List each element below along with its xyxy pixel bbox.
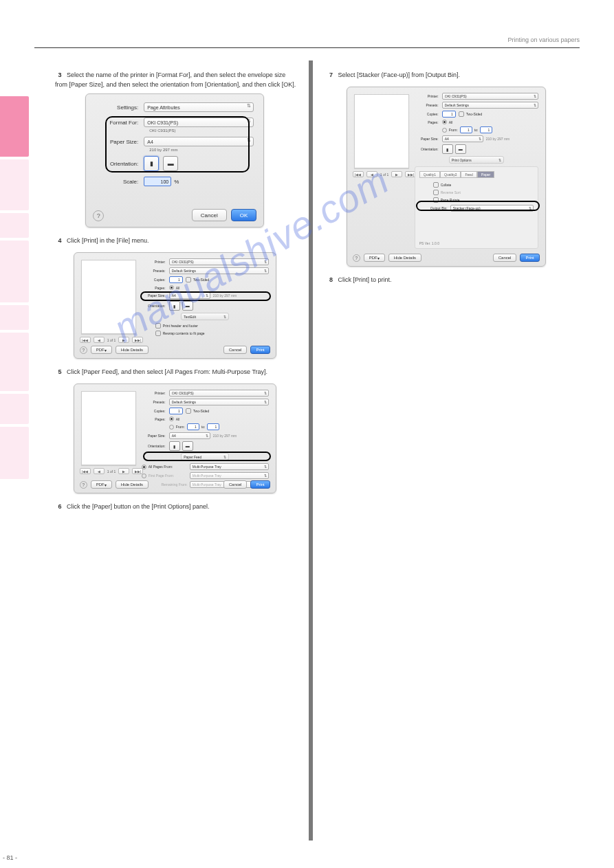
presets-select[interactable]: Default Settings	[169, 267, 269, 274]
step-8: 8Click [Print] to print.	[327, 276, 571, 286]
papersize-select[interactable]: A4	[169, 292, 210, 299]
hide-details-button[interactable]: Hide Details	[116, 480, 149, 489]
panel-menu[interactable]: Print Options	[449, 156, 504, 164]
ok-button[interactable]: OK	[231, 209, 257, 221]
prev-icon[interactable]: ◀	[366, 171, 377, 177]
scale-label: Scale:	[96, 179, 144, 185]
copies-input[interactable]: 1	[442, 111, 456, 118]
format-sub: OKI C931(PS)	[149, 129, 254, 133]
print-dialog-textedit: |◀◀ ◀ 1 of 1 ▶ ▶▶| Printer:OKI C931(PS) …	[74, 252, 276, 359]
pages-all-radio[interactable]	[169, 285, 174, 290]
copies-input[interactable]: 1	[169, 276, 183, 283]
orientation-landscape-icon[interactable]: ▬	[455, 144, 466, 154]
allpages-tray-select[interactable]: Multi-Purpose Tray	[190, 463, 269, 470]
left-column: 3Select the name of the printer in [Form…	[41, 60, 309, 841]
tab-quality1[interactable]: Quality1	[419, 171, 440, 178]
hide-details-button[interactable]: Hide Details	[388, 254, 421, 262]
side-tab	[0, 96, 29, 157]
help-icon[interactable]: ?	[80, 346, 87, 354]
orientation-portrait-icon[interactable]: ▮	[442, 144, 453, 154]
print-button[interactable]: Print	[520, 254, 539, 262]
presets-select[interactable]: Default Settings	[169, 399, 269, 405]
allpages-radio[interactable]	[142, 465, 146, 469]
print-button[interactable]: Print	[250, 346, 270, 354]
cancel-button[interactable]: Cancel	[493, 254, 517, 262]
breadcrumb: Printing on various papers	[507, 36, 580, 43]
from-input[interactable]: 1	[460, 126, 472, 133]
prev-first-icon[interactable]: |◀◀	[80, 337, 91, 343]
cancel-button[interactable]: Cancel	[192, 209, 227, 221]
collate-check[interactable]	[433, 182, 439, 188]
panel-menu[interactable]: Paper Feed	[181, 453, 229, 460]
pages-from-radio[interactable]	[442, 128, 447, 133]
print-preview	[354, 94, 409, 168]
header-footer-check[interactable]	[155, 323, 161, 329]
scale-input[interactable]: 100	[144, 177, 171, 186]
tab-paper[interactable]: Paper	[477, 171, 494, 178]
preview-nav: |◀◀ ◀ 1 of 1 ▶ ▶▶|	[353, 171, 417, 177]
twosided-check[interactable]	[459, 111, 464, 117]
paper-size-select[interactable]: A4	[144, 137, 254, 146]
print-preview	[81, 260, 136, 334]
pages-all-radio[interactable]	[169, 416, 174, 421]
copies-input[interactable]: 1	[169, 408, 183, 414]
hide-details-button[interactable]: Hide Details	[116, 346, 149, 354]
rotate-check[interactable]	[433, 197, 439, 203]
next-icon[interactable]: ▶	[118, 337, 129, 343]
pdf-button[interactable]: PDF ▾	[91, 480, 112, 489]
twosided-check[interactable]	[186, 408, 191, 414]
to-input[interactable]: 1	[207, 423, 219, 430]
help-icon[interactable]: ?	[80, 481, 87, 489]
to-input[interactable]: 1	[480, 126, 492, 133]
orientation-landscape-icon[interactable]: ▬	[163, 156, 178, 171]
reverse-check	[433, 190, 439, 195]
printer-select[interactable]: OKI C931(PS)	[169, 258, 269, 265]
tab-quality2[interactable]: Quality2	[440, 171, 461, 178]
step-5: 5Click [Paper Feed], and then select [Al…	[55, 368, 299, 378]
step-4: 4Click [Print] in the [File] menu.	[55, 237, 299, 247]
output-bin-select[interactable]: Stacker (Face-up)	[450, 205, 534, 212]
printer-select[interactable]: OKI C931(PS)	[442, 93, 538, 100]
prev-icon[interactable]: ◀	[94, 337, 105, 343]
presets-select[interactable]: Default Settings	[442, 102, 538, 109]
papersize-select[interactable]: A4	[442, 135, 483, 142]
pdf-button[interactable]: PDF ▾	[364, 254, 385, 262]
next-icon[interactable]: ▶	[391, 171, 402, 177]
page-setup-dialog: Settings: Page Attributes Format For: OK…	[85, 93, 264, 227]
page-header: Printing on various papers	[34, 0, 580, 48]
ps-version: PS Ver. 1.0.0	[419, 241, 439, 245]
step-7: 7Select [Stacker (Face-up)] from [Output…	[327, 71, 571, 81]
paper-size-label: Paper Size:	[96, 139, 144, 145]
prev-icon[interactable]: ◀	[94, 468, 105, 474]
orientation-portrait-icon[interactable]: ▮	[169, 441, 180, 451]
orientation-landscape-icon[interactable]: ▬	[182, 441, 193, 451]
orientation-portrait-icon[interactable]: ▮	[169, 301, 180, 311]
rewrap-check[interactable]	[155, 331, 161, 336]
tab-feed[interactable]: Feed	[461, 171, 476, 178]
pdf-button[interactable]: PDF ▾	[91, 346, 112, 354]
panel-menu[interactable]: TextEdit	[181, 313, 229, 320]
next-icon[interactable]: ▶	[118, 468, 129, 474]
print-dialog-options: |◀◀ ◀ 1 of 1 ▶ ▶▶| Printer:OKI C931(PS) …	[347, 87, 546, 267]
papersize-select[interactable]: A4	[169, 432, 210, 439]
settings-select[interactable]: Page Attributes	[144, 102, 254, 112]
cancel-button[interactable]: Cancel	[223, 346, 248, 354]
prev-first-icon[interactable]: |◀◀	[353, 171, 364, 177]
pages-all-radio[interactable]	[442, 120, 447, 124]
output-bin-label: Output Bin:	[419, 206, 450, 210]
from-input[interactable]: 1	[187, 423, 199, 430]
firstpage-radio[interactable]	[142, 474, 146, 478]
prev-first-icon[interactable]: |◀◀	[80, 468, 91, 474]
pages-from-radio[interactable]	[169, 425, 174, 430]
side-tab	[0, 213, 29, 238]
print-button[interactable]: Print	[250, 480, 270, 489]
orientation-portrait-icon[interactable]: ▮	[144, 156, 159, 171]
preview-nav: |◀◀ ◀ 1 of 1 ▶ ▶▶|	[80, 468, 144, 474]
orientation-landscape-icon[interactable]: ▬	[182, 301, 193, 311]
format-for-select[interactable]: OKI C931(PS)	[144, 118, 254, 127]
twosided-check[interactable]	[186, 277, 191, 282]
printer-select[interactable]: OKI C931(PS)	[169, 390, 269, 397]
help-icon[interactable]: ?	[353, 254, 360, 262]
help-icon[interactable]: ?	[93, 210, 104, 221]
cancel-button[interactable]: Cancel	[223, 480, 248, 489]
